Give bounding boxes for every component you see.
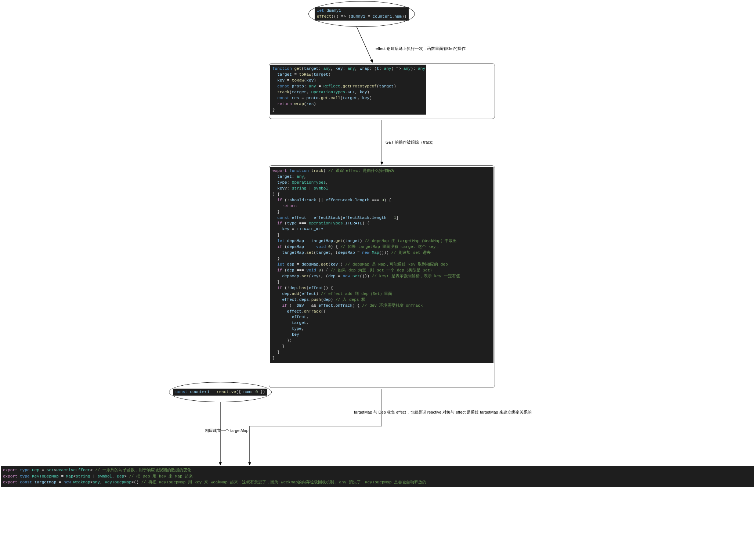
code-effect-snippet: let dummy1 effect(() => (dummy1 = counte…: [315, 7, 409, 21]
node-reactive-ellipse: const counter1 = reactive({ num: 0 }): [169, 382, 272, 402]
node-get-function: function get(target: any, key: any, wrap…: [269, 63, 495, 119]
edge-label-track-to-targetmap: targetMap 与 Dep 收集 effect，也就是说 reactive …: [354, 410, 532, 415]
code-get-function: function get(target: any, key: any, wrap…: [270, 65, 426, 115]
node-effect-ellipse: let dummy1 effect(() => (dummy1 = counte…: [308, 1, 415, 27]
node-track-function: export function track( // 跟踪 effect 是由什么…: [269, 165, 495, 388]
node-targetmap-strip: export type Dep = Set<ReactiveEffect> //…: [1, 466, 754, 487]
edge-label-effect-to-get: effect 创建后马上执行一次，函数里面有Get的操作: [376, 46, 466, 51]
edge-label-reactive-to-targetmap: 相应建立一个 targetMap: [205, 428, 249, 433]
code-track-function: export function track( // 跟踪 effect 是由什么…: [270, 167, 493, 363]
edge-label-get-to-track: GET 的操作被跟踪（track）: [386, 140, 436, 145]
code-reactive-snippet: const counter1 = reactive({ num: 0 }): [173, 389, 267, 396]
